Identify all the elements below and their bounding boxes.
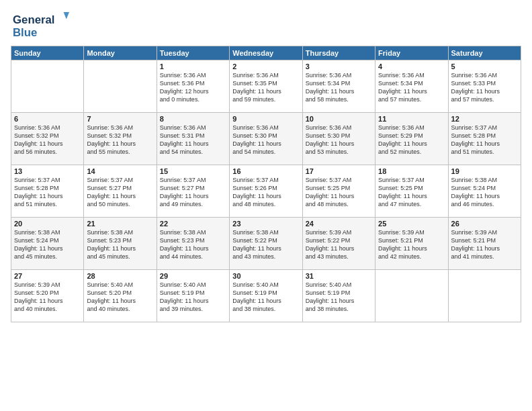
cell-4-0: 27Sunrise: 5:39 AMSunset: 5:20 PMDayligh…: [11, 270, 84, 322]
cell-0-0: [11, 60, 84, 113]
cell-info: Sunrise: 5:36 AMSunset: 5:36 PMDaylight:…: [160, 71, 226, 104]
cell-1-3: 9Sunrise: 5:36 AMSunset: 5:30 PMDaylight…: [230, 113, 302, 165]
cell-0-1: [84, 60, 157, 113]
day-number: 5: [451, 62, 518, 71]
cell-1-1: 7Sunrise: 5:36 AMSunset: 5:32 PMDaylight…: [84, 113, 157, 165]
day-number: 8: [160, 115, 226, 123]
cell-3-0: 20Sunrise: 5:38 AMSunset: 5:24 PMDayligh…: [11, 218, 84, 270]
day-number: 6: [14, 115, 81, 123]
cell-info: Sunrise: 5:40 AMSunset: 5:19 PMDaylight:…: [160, 281, 226, 314]
cell-0-5: 4Sunrise: 5:36 AMSunset: 5:34 PMDaylight…: [375, 60, 448, 113]
cell-1-4: 10Sunrise: 5:36 AMSunset: 5:30 PMDayligh…: [302, 113, 375, 165]
cell-1-0: 6Sunrise: 5:36 AMSunset: 5:32 PMDaylight…: [11, 113, 84, 165]
cell-info: Sunrise: 5:40 AMSunset: 5:19 PMDaylight:…: [306, 281, 372, 314]
day-number: 14: [87, 167, 153, 175]
cell-info: Sunrise: 5:37 AMSunset: 5:28 PMDaylight:…: [451, 124, 518, 156]
header: General Blue: [11, 11, 521, 39]
day-number: 12: [451, 115, 518, 123]
day-number: 16: [232, 167, 299, 175]
cell-4-2: 29Sunrise: 5:40 AMSunset: 5:19 PMDayligh…: [157, 270, 229, 322]
day-number: 19: [451, 167, 518, 175]
header-wednesday: Wednesday: [230, 46, 302, 60]
day-number: 23: [232, 220, 299, 228]
svg-text:General: General: [13, 13, 55, 26]
cell-3-4: 24Sunrise: 5:39 AMSunset: 5:22 PMDayligh…: [302, 218, 375, 270]
cell-info: Sunrise: 5:38 AMSunset: 5:22 PMDaylight:…: [232, 228, 299, 261]
day-number: 13: [14, 167, 81, 175]
cell-4-5: [375, 270, 448, 322]
cell-info: Sunrise: 5:39 AMSunset: 5:21 PMDaylight:…: [451, 228, 518, 261]
day-number: 29: [160, 272, 226, 280]
cell-info: Sunrise: 5:36 AMSunset: 5:30 PMDaylight:…: [306, 124, 372, 156]
header-thursday: Thursday: [302, 46, 375, 60]
day-number: 28: [87, 272, 153, 280]
cell-info: Sunrise: 5:38 AMSunset: 5:24 PMDaylight:…: [14, 228, 81, 261]
cell-info: Sunrise: 5:38 AMSunset: 5:24 PMDaylight:…: [451, 176, 518, 209]
header-saturday: Saturday: [448, 46, 521, 60]
cell-4-4: 31Sunrise: 5:40 AMSunset: 5:19 PMDayligh…: [302, 270, 375, 322]
cell-info: Sunrise: 5:36 AMSunset: 5:32 PMDaylight:…: [14, 124, 81, 156]
cell-info: Sunrise: 5:38 AMSunset: 5:23 PMDaylight:…: [160, 228, 226, 261]
svg-marker-2: [64, 12, 69, 19]
day-number: 9: [232, 115, 299, 123]
day-number: 2: [232, 62, 299, 71]
cell-info: Sunrise: 5:39 AMSunset: 5:22 PMDaylight:…: [306, 228, 372, 261]
header-row: SundayMondayTuesdayWednesdayThursdayFrid…: [11, 46, 521, 60]
cell-3-5: 25Sunrise: 5:39 AMSunset: 5:21 PMDayligh…: [375, 218, 448, 270]
header-monday: Monday: [84, 46, 157, 60]
cell-info: Sunrise: 5:37 AMSunset: 5:25 PMDaylight:…: [306, 176, 372, 209]
day-number: 11: [378, 115, 445, 123]
day-number: 24: [306, 220, 372, 228]
day-number: 20: [14, 220, 81, 228]
cell-2-0: 13Sunrise: 5:37 AMSunset: 5:28 PMDayligh…: [11, 165, 84, 218]
svg-text:Blue: Blue: [13, 26, 37, 39]
day-number: 4: [378, 62, 445, 71]
week-row-1: 6Sunrise: 5:36 AMSunset: 5:32 PMDaylight…: [11, 113, 521, 165]
day-number: 21: [87, 220, 153, 228]
page: General Blue SundayMondayTuesdayWednesda…: [0, 0, 532, 411]
cell-info: Sunrise: 5:36 AMSunset: 5:34 PMDaylight:…: [378, 71, 445, 104]
cell-info: Sunrise: 5:40 AMSunset: 5:20 PMDaylight:…: [87, 281, 153, 314]
cell-info: Sunrise: 5:37 AMSunset: 5:25 PMDaylight:…: [378, 176, 445, 209]
cell-4-3: 30Sunrise: 5:40 AMSunset: 5:19 PMDayligh…: [230, 270, 302, 322]
cell-3-1: 21Sunrise: 5:38 AMSunset: 5:23 PMDayligh…: [84, 218, 157, 270]
day-number: 17: [306, 167, 372, 175]
day-number: 7: [87, 115, 153, 123]
week-row-3: 20Sunrise: 5:38 AMSunset: 5:24 PMDayligh…: [11, 218, 521, 270]
cell-2-3: 16Sunrise: 5:37 AMSunset: 5:26 PMDayligh…: [230, 165, 302, 218]
cell-3-3: 23Sunrise: 5:38 AMSunset: 5:22 PMDayligh…: [230, 218, 302, 270]
cell-4-1: 28Sunrise: 5:40 AMSunset: 5:20 PMDayligh…: [84, 270, 157, 322]
day-number: 1: [160, 62, 226, 71]
cell-info: Sunrise: 5:38 AMSunset: 5:23 PMDaylight:…: [87, 228, 153, 261]
cell-0-2: 1Sunrise: 5:36 AMSunset: 5:36 PMDaylight…: [157, 60, 229, 113]
day-number: 18: [378, 167, 445, 175]
cell-info: Sunrise: 5:39 AMSunset: 5:20 PMDaylight:…: [14, 281, 81, 314]
day-number: 31: [306, 272, 372, 280]
day-number: 22: [160, 220, 226, 228]
cell-2-4: 17Sunrise: 5:37 AMSunset: 5:25 PMDayligh…: [302, 165, 375, 218]
cell-3-2: 22Sunrise: 5:38 AMSunset: 5:23 PMDayligh…: [157, 218, 229, 270]
cell-info: Sunrise: 5:36 AMSunset: 5:30 PMDaylight:…: [232, 124, 299, 156]
cell-info: Sunrise: 5:37 AMSunset: 5:26 PMDaylight:…: [232, 176, 299, 209]
cell-2-2: 15Sunrise: 5:37 AMSunset: 5:27 PMDayligh…: [157, 165, 229, 218]
day-number: 25: [378, 220, 445, 228]
logo-svg: General Blue: [11, 11, 71, 39]
cell-info: Sunrise: 5:36 AMSunset: 5:31 PMDaylight:…: [160, 124, 226, 156]
cell-0-3: 2Sunrise: 5:36 AMSunset: 5:35 PMDaylight…: [230, 60, 302, 113]
cell-0-6: 5Sunrise: 5:36 AMSunset: 5:33 PMDaylight…: [448, 60, 521, 113]
cell-info: Sunrise: 5:36 AMSunset: 5:35 PMDaylight:…: [232, 71, 299, 104]
cell-info: Sunrise: 5:37 AMSunset: 5:27 PMDaylight:…: [160, 176, 226, 209]
cell-2-1: 14Sunrise: 5:37 AMSunset: 5:27 PMDayligh…: [84, 165, 157, 218]
cell-info: Sunrise: 5:37 AMSunset: 5:27 PMDaylight:…: [87, 176, 153, 209]
cell-1-5: 11Sunrise: 5:36 AMSunset: 5:29 PMDayligh…: [375, 113, 448, 165]
logo: General Blue: [11, 11, 71, 39]
cell-info: Sunrise: 5:36 AMSunset: 5:29 PMDaylight:…: [378, 124, 445, 156]
cell-info: Sunrise: 5:37 AMSunset: 5:28 PMDaylight:…: [14, 176, 81, 209]
cell-info: Sunrise: 5:36 AMSunset: 5:34 PMDaylight:…: [306, 71, 372, 104]
header-tuesday: Tuesday: [157, 46, 229, 60]
day-number: 27: [14, 272, 81, 280]
cell-info: Sunrise: 5:36 AMSunset: 5:33 PMDaylight:…: [451, 71, 518, 104]
cell-2-5: 18Sunrise: 5:37 AMSunset: 5:25 PMDayligh…: [375, 165, 448, 218]
cell-2-6: 19Sunrise: 5:38 AMSunset: 5:24 PMDayligh…: [448, 165, 521, 218]
header-friday: Friday: [375, 46, 448, 60]
